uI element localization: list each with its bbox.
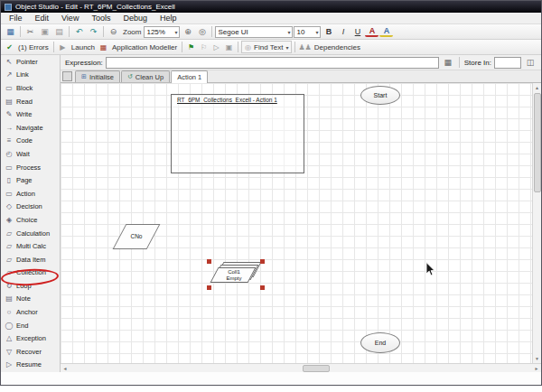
sidebar-item[interactable]: ↻ Loop (1, 279, 60, 293)
menu-item[interactable]: Tools (85, 14, 117, 23)
application-modeller-button[interactable]: Application Modeller (110, 43, 179, 51)
collection-name: Coll1 (228, 269, 240, 275)
find-text-combo[interactable]: ◎ Find Text ▾ (241, 41, 292, 53)
sidebar-item[interactable]: ▱ Collection (1, 266, 60, 280)
zoom-out-icon[interactable]: ⊖ (107, 25, 120, 38)
sidebar-item[interactable]: △ Exception (1, 331, 60, 345)
sidebar-item[interactable]: ▱ Multi Calc (1, 239, 60, 253)
sidebar-item[interactable]: → Navigate (1, 121, 60, 135)
sidebar-item[interactable]: ≡ Code (1, 135, 60, 148)
tool-icon: ▽ (5, 348, 14, 356)
selection-handle[interactable] (260, 285, 265, 290)
underline-button[interactable]: U (350, 25, 364, 38)
separator (20, 26, 21, 37)
errors-button[interactable]: (1) Errors (16, 43, 51, 51)
tab-strip-button[interactable] (62, 71, 72, 81)
undo-icon[interactable]: ↶ (72, 25, 86, 38)
sidebar-item[interactable]: ↗ Link (1, 69, 60, 82)
sidebar-item[interactable]: ✎ Write (1, 107, 60, 121)
sidebar-item[interactable]: ○ Anchor (1, 305, 60, 319)
sidebar-item[interactable]: ▷ Resume (1, 359, 60, 372)
horizontal-scroll-thumb[interactable] (303, 365, 330, 372)
tool-label: Action (16, 190, 35, 198)
flag-white-icon[interactable]: ⚐ (198, 41, 210, 53)
expression-helper-icon[interactable]: ▦ (442, 56, 454, 69)
tool-label: Navigate (16, 124, 43, 132)
step-icon[interactable]: ▷ (210, 41, 222, 53)
selection-handle[interactable] (207, 285, 211, 290)
menu-item[interactable]: Help (154, 14, 183, 23)
sidebar-item[interactable]: ◯ End (1, 319, 60, 332)
application-modeller-icon: ▦ (98, 41, 109, 53)
collection-shape[interactable]: Coll1 Empty (207, 259, 265, 290)
scroll-right-icon[interactable]: ► (532, 364, 541, 373)
start-node[interactable]: Start (360, 86, 400, 105)
tool-icon: → (5, 124, 14, 132)
font-family-select[interactable]: Segoe UI ▾ (215, 26, 293, 38)
scroll-left-icon[interactable]: ◄ (61, 364, 70, 373)
tool-label: Calculation (16, 229, 50, 238)
expression-input[interactable] (106, 57, 439, 69)
sidebar-item[interactable]: ↖ Pointer (1, 55, 60, 69)
expression-bar: Expression: ▦ Store In: ◫ (61, 55, 541, 70)
sidebar-item[interactable]: ◇ Decision (1, 201, 60, 214)
paste-icon[interactable]: ▤ (52, 25, 66, 38)
process-canvas[interactable]: RT_6PM_Collections_Excell - Action 1 Sta… (61, 83, 532, 363)
sidebar-item[interactable]: ▽ Recover (1, 345, 60, 359)
data-item-shape[interactable]: CNo (113, 224, 160, 249)
tool-icon: △ (5, 334, 14, 342)
zoom-select[interactable]: 125% ▾ (144, 26, 180, 38)
editor-column: Expression: ▦ Store In: ◫ ⊞ Initialise ↺… (61, 55, 541, 372)
tab-action-1[interactable]: Action 1 (171, 70, 208, 83)
grid-icon[interactable]: ▣ (223, 41, 235, 53)
scroll-down-icon[interactable]: ▼ (533, 354, 542, 363)
menu-item[interactable]: Debug (117, 14, 154, 23)
dependencies-button[interactable]: Dependencies (313, 43, 362, 51)
bold-button[interactable]: B (322, 25, 335, 38)
selection-handle[interactable] (260, 259, 265, 264)
zoom-value: 125% (146, 28, 164, 36)
launch-button[interactable]: Launch (70, 43, 97, 51)
menu-item[interactable]: View (55, 14, 85, 23)
selection-handle[interactable] (207, 259, 211, 264)
sidebar-item[interactable]: ▯ Page (1, 173, 60, 187)
font-color-button[interactable]: A (365, 26, 378, 37)
font-size-select[interactable]: 10 ▾ (294, 26, 321, 38)
store-in-picker-icon[interactable]: ◫ (524, 56, 537, 69)
menu-item[interactable]: File (3, 14, 29, 23)
tool-icon: ◈ (5, 216, 14, 224)
end-node[interactable]: End (360, 332, 400, 353)
sidebar-item[interactable]: ◴ Wait (1, 147, 60, 161)
sidebar-item[interactable]: ▤ Read (1, 95, 60, 108)
tab-initialise[interactable]: ⊞ Initialise (75, 70, 120, 82)
horizontal-scrollbar[interactable]: ◄ ► (61, 363, 541, 372)
vertical-scroll-thumb[interactable] (534, 93, 541, 192)
copy-icon[interactable]: ▣ (38, 25, 51, 38)
zoom-reset-icon[interactable]: ◎ (195, 25, 209, 38)
launch-icon: ▶ (57, 41, 69, 53)
fill-color-button[interactable]: A (379, 26, 393, 37)
sidebar-item[interactable]: ▭ Process (1, 161, 60, 174)
sidebar-item[interactable]: ◈ Choice (1, 213, 60, 227)
tool-label: End (16, 322, 28, 330)
sidebar-item[interactable]: ▤ Note (1, 293, 60, 306)
zoom-label: Zoom (121, 28, 143, 36)
menu-item[interactable]: Edit (29, 14, 56, 23)
sidebar-item[interactable]: ▱ Calculation (1, 227, 60, 240)
save-icon[interactable]: ▦ (4, 25, 17, 38)
scroll-up-icon[interactable]: ▲ (533, 83, 542, 92)
tool-icon: ◯ (5, 322, 14, 330)
flag-green-icon[interactable]: ⚑ (185, 41, 197, 53)
store-in-input[interactable] (494, 57, 521, 69)
sidebar-item[interactable]: ▭ Action (1, 187, 60, 201)
tab-clean-up[interactable]: ↺ Clean Up (121, 70, 170, 82)
sidebar-item[interactable]: ▱ Data Item (1, 253, 60, 266)
italic-button[interactable]: I (336, 25, 350, 38)
cut-icon[interactable]: ✂ (23, 25, 37, 38)
tab-label: Clean Up (136, 73, 164, 81)
redo-icon[interactable]: ↷ (87, 25, 100, 38)
vertical-scrollbar[interactable]: ▲ ▼ (532, 83, 541, 363)
sidebar-item[interactable]: ▭ Block (1, 81, 60, 95)
zoom-in-icon[interactable]: ⊕ (181, 25, 194, 38)
tool-label: Loop (16, 282, 32, 290)
